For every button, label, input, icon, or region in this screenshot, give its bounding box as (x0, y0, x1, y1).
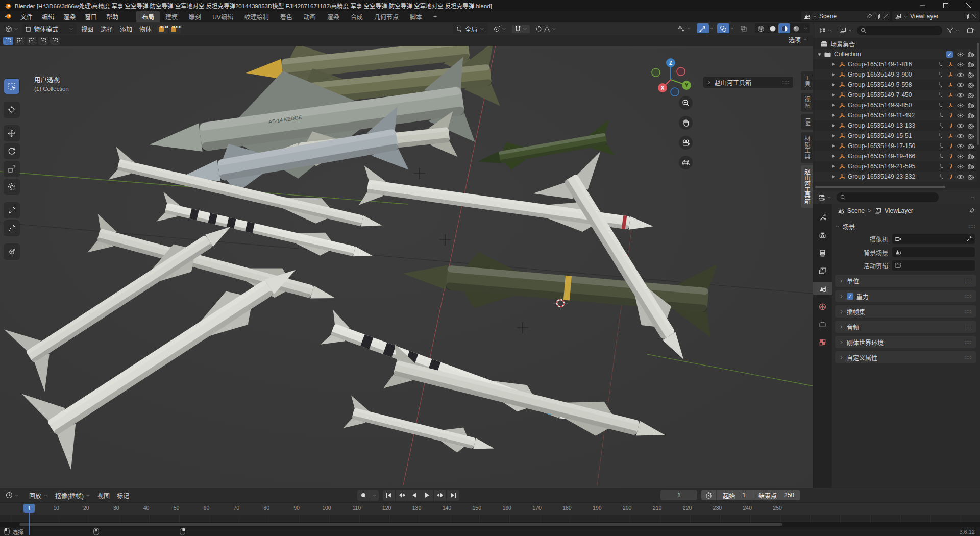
transform-orientation-dropdown[interactable]: 全局 (453, 23, 487, 34)
viewlayer-selector[interactable]: ViewLayer (892, 11, 979, 21)
close-button[interactable] (957, 0, 980, 11)
tab-scene[interactable] (813, 282, 832, 295)
overlays-dropdown[interactable] (730, 26, 734, 31)
timeline-menu-抠像(插帧)[interactable]: 抠像(插帧) (52, 490, 94, 501)
override-hierarchy-icon[interactable] (939, 112, 946, 118)
timeline-menu-标记[interactable]: 标记 (113, 490, 133, 501)
disable-render-camera-icon[interactable] (968, 92, 975, 98)
tab-world[interactable] (813, 300, 832, 313)
unlink-scene-icon[interactable] (883, 14, 888, 19)
snap-toggle[interactable] (512, 25, 530, 33)
object-data-icon[interactable] (948, 133, 953, 139)
blender-app-menu[interactable] (0, 12, 16, 22)
camera-field[interactable] (892, 234, 975, 244)
override-hierarchy-icon[interactable] (939, 163, 946, 169)
outliner-group-row[interactable]: Group-16535149-5-598 (813, 80, 977, 90)
override-hierarchy-icon[interactable] (938, 82, 945, 88)
override-hierarchy-icon[interactable] (938, 92, 945, 98)
mode-dropdown[interactable]: 物体模式 (22, 23, 77, 34)
sidebar-tab-LM[interactable]: LM (801, 114, 813, 130)
scene-panel-header[interactable]: 场景 :::: (835, 221, 976, 232)
outliner-group-row[interactable]: Group-16535149-9-850 (813, 100, 977, 110)
auto-keying-button[interactable] (357, 490, 370, 501)
tool-annotate-button[interactable] (4, 203, 19, 218)
panel-单位[interactable]: 单位:::: (835, 275, 976, 287)
pivot-point-dropdown[interactable] (491, 25, 509, 34)
playhead[interactable]: 1 (23, 504, 35, 513)
previous-keyframe-button[interactable] (396, 490, 408, 501)
tool-add-cube-button[interactable] (4, 244, 19, 259)
remove-viewlayer-icon[interactable] (972, 14, 977, 19)
timeline-menu-视图[interactable]: 视图 (94, 490, 113, 501)
toggle-grid-button[interactable] (679, 156, 693, 169)
tool-transform-button[interactable] (4, 179, 19, 194)
expand-arrow-icon[interactable] (831, 154, 836, 158)
workspace-tab-建模[interactable]: 建模 (160, 11, 183, 22)
outliner-display-mode-dropdown[interactable] (816, 26, 835, 35)
tool-move-button[interactable] (4, 126, 19, 141)
expand-arrow-icon[interactable] (831, 62, 836, 66)
panel-音频[interactable]: 音频:::: (835, 321, 976, 333)
disable-render-camera-icon[interactable] (968, 62, 975, 67)
active-clip-field[interactable] (892, 260, 975, 271)
hide-eye-icon[interactable] (957, 164, 964, 169)
select-mode-button-2[interactable] (15, 37, 25, 45)
background-scene-field[interactable] (892, 247, 975, 257)
menu-帮助[interactable]: 帮助 (102, 11, 123, 22)
workspace-tab-布局[interactable]: 布局 (136, 11, 160, 22)
outliner-group-row[interactable]: Group-16535149-21-595 (813, 161, 977, 172)
collapse-arrow-icon[interactable] (817, 52, 822, 57)
disable-render-camera-icon[interactable] (968, 164, 975, 169)
outliner-filter-mode-dropdown[interactable] (837, 26, 855, 35)
expand-arrow-icon[interactable] (831, 113, 836, 117)
scene-selector[interactable]: Scene (801, 11, 890, 21)
object-data-icon[interactable] (949, 174, 953, 179)
object-data-icon[interactable] (949, 164, 953, 169)
new-viewlayer-icon[interactable] (963, 13, 970, 20)
override-hierarchy-icon[interactable] (939, 123, 946, 129)
expand-arrow-icon[interactable] (831, 134, 836, 138)
object-data-icon[interactable] (948, 92, 953, 98)
scene-collection-row[interactable]: 场景集合 (813, 39, 977, 49)
shading-dropdown[interactable] (803, 26, 808, 31)
outliner-group-row[interactable]: Group-16535149-1-816 (813, 59, 977, 69)
override-hierarchy-icon[interactable] (938, 71, 945, 78)
tab-output[interactable] (813, 246, 832, 259)
shading-solid-button[interactable] (767, 23, 778, 33)
menu-渲染[interactable]: 渲染 (59, 11, 80, 22)
panel-自定义属性[interactable]: 自定义属性:::: (835, 351, 976, 363)
disable-render-camera-icon[interactable] (968, 72, 975, 78)
hide-eye-icon[interactable] (957, 82, 964, 88)
breadcrumb-viewlayer[interactable]: ViewLayer (885, 207, 913, 214)
object-data-icon[interactable] (949, 123, 953, 128)
viewport-menu-物体[interactable]: 物体 (136, 23, 155, 35)
3d-viewport[interactable]: AS-14 KEDGE7290024500344 物体模式 视图选择添加物体 F… (0, 22, 813, 488)
override-hierarchy-icon[interactable] (939, 143, 946, 149)
tool-scale-button[interactable] (4, 161, 19, 177)
hide-eye-icon[interactable] (957, 72, 964, 78)
viewport-menu-视图[interactable]: 视图 (78, 23, 97, 35)
menu-编辑[interactable]: 编辑 (37, 11, 59, 22)
workspace-tab-UV编辑[interactable]: UV编辑 (207, 11, 239, 22)
tool-select-box-button[interactable] (4, 79, 19, 94)
npanel-collapsed-header[interactable]: 赵山河工具箱 :::: (703, 77, 793, 88)
override-hierarchy-icon[interactable] (938, 102, 945, 108)
override-hierarchy-icon[interactable] (939, 153, 946, 159)
frame-start-field[interactable]: 起始 1 (717, 490, 752, 500)
timeline-tracks[interactable] (0, 515, 980, 522)
expand-arrow-icon[interactable] (831, 175, 836, 179)
zoom-button[interactable] (679, 96, 693, 110)
outliner-filter-dropdown[interactable] (944, 26, 962, 34)
outliner-group-row[interactable]: Group-16535149-19-466 (813, 151, 977, 161)
select-mode-button-4[interactable] (38, 37, 48, 45)
menu-窗口[interactable]: 窗口 (80, 11, 102, 22)
outliner-horizontal-scrollbar[interactable] (815, 186, 945, 188)
tab-collection-props[interactable] (813, 318, 832, 331)
workspace-tab-纹理绘制[interactable]: 纹理绘制 (239, 11, 275, 22)
frame-end-field[interactable]: 结束点 250 (752, 490, 800, 500)
outliner-group-row[interactable]: Group-16535149-11-492 (813, 110, 977, 120)
jump-to-end-button[interactable] (447, 490, 459, 501)
workspace-tab-几何节点[interactable]: 几何节点 (369, 11, 404, 22)
pin-icon[interactable] (969, 208, 975, 214)
outliner-group-row[interactable]: Group-16535149-15-51 (813, 131, 977, 141)
